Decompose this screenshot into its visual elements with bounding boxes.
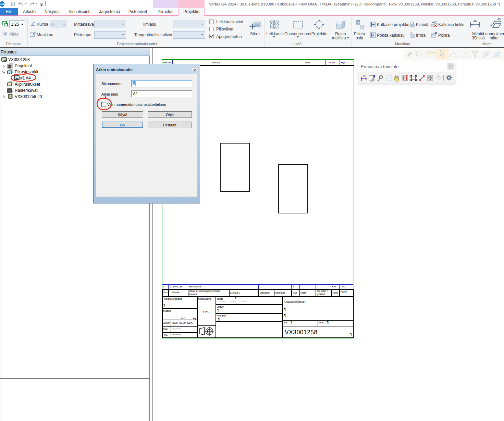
svg-text:1: 1 <box>380 76 382 78</box>
svg-text:45: 45 <box>363 75 366 77</box>
svg-text:45: 45 <box>497 17 501 21</box>
svg-text:45: 45 <box>473 19 477 23</box>
svg-text:G4: G4 <box>0 3 4 6</box>
